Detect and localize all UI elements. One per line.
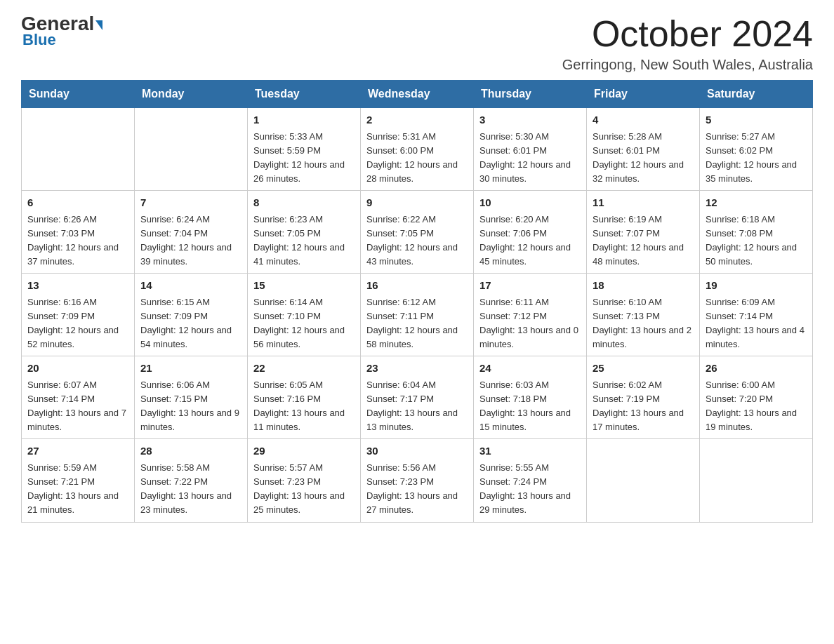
day-info: Sunrise: 6:23 AM Sunset: 7:05 PM Dayligh… [253, 213, 355, 269]
calendar-cell: 8Sunrise: 6:23 AM Sunset: 7:05 PM Daylig… [248, 191, 361, 274]
day-number: 13 [27, 278, 128, 294]
day-info: Sunrise: 6:15 AM Sunset: 7:09 PM Dayligh… [140, 295, 241, 352]
calendar-cell: 21Sunrise: 6:06 AM Sunset: 7:15 PM Dayli… [135, 356, 248, 439]
day-number: 3 [479, 112, 581, 128]
calendar-cell: 16Sunrise: 6:12 AM Sunset: 7:11 PM Dayli… [361, 274, 474, 356]
column-header-sunday: Sunday [22, 81, 135, 108]
day-info: Sunrise: 6:00 AM Sunset: 7:20 PM Dayligh… [706, 378, 807, 435]
day-number: 12 [706, 195, 807, 211]
day-number: 2 [366, 112, 468, 128]
location-title: Gerringong, New South Wales, Australia [562, 57, 813, 73]
day-info: Sunrise: 5:28 AM Sunset: 6:01 PM Dayligh… [593, 130, 694, 187]
column-header-friday: Friday [587, 81, 700, 108]
calendar-cell: 6Sunrise: 6:26 AM Sunset: 7:03 PM Daylig… [22, 191, 135, 274]
calendar-cell: 20Sunrise: 6:07 AM Sunset: 7:14 PM Dayli… [22, 356, 135, 439]
day-number: 24 [479, 361, 581, 377]
calendar-cell: 19Sunrise: 6:09 AM Sunset: 7:14 PM Dayli… [700, 274, 813, 356]
day-info: Sunrise: 6:16 AM Sunset: 7:09 PM Dayligh… [27, 295, 128, 352]
calendar-cell: 24Sunrise: 6:03 AM Sunset: 7:18 PM Dayli… [474, 356, 587, 439]
day-info: Sunrise: 5:57 AM Sunset: 7:23 PM Dayligh… [253, 461, 355, 518]
day-info: Sunrise: 6:19 AM Sunset: 7:07 PM Dayligh… [593, 213, 694, 269]
day-info: Sunrise: 5:31 AM Sunset: 6:00 PM Dayligh… [366, 130, 468, 187]
calendar-cell: 23Sunrise: 6:04 AM Sunset: 7:17 PM Dayli… [361, 356, 474, 439]
page-header: General Blue October 2024 Gerringong, Ne… [21, 14, 813, 73]
calendar-cell: 26Sunrise: 6:00 AM Sunset: 7:20 PM Dayli… [700, 356, 813, 439]
calendar-cell [700, 439, 813, 522]
calendar-table: SundayMondayTuesdayWednesdayThursdayFrid… [21, 80, 813, 522]
calendar-cell: 3Sunrise: 5:30 AM Sunset: 6:01 PM Daylig… [474, 108, 587, 191]
day-number: 19 [706, 278, 807, 294]
calendar-cell: 28Sunrise: 5:58 AM Sunset: 7:22 PM Dayli… [135, 439, 248, 522]
day-info: Sunrise: 6:03 AM Sunset: 7:18 PM Dayligh… [479, 378, 581, 435]
day-info: Sunrise: 5:55 AM Sunset: 7:24 PM Dayligh… [479, 461, 581, 518]
day-number: 28 [140, 443, 241, 459]
calendar-cell: 31Sunrise: 5:55 AM Sunset: 7:24 PM Dayli… [474, 439, 587, 522]
logo-blue: Blue [21, 31, 56, 49]
day-info: Sunrise: 6:20 AM Sunset: 7:06 PM Dayligh… [479, 213, 581, 269]
day-info: Sunrise: 6:06 AM Sunset: 7:15 PM Dayligh… [140, 378, 241, 435]
calendar-cell: 27Sunrise: 5:59 AM Sunset: 7:21 PM Dayli… [22, 439, 135, 522]
calendar-week-row: 6Sunrise: 6:26 AM Sunset: 7:03 PM Daylig… [22, 191, 813, 274]
calendar-cell [587, 439, 700, 522]
day-info: Sunrise: 5:59 AM Sunset: 7:21 PM Dayligh… [27, 461, 128, 518]
day-number: 8 [253, 195, 355, 211]
day-number: 10 [479, 195, 581, 211]
day-number: 18 [593, 278, 694, 294]
day-info: Sunrise: 5:58 AM Sunset: 7:22 PM Dayligh… [140, 461, 241, 518]
day-info: Sunrise: 6:09 AM Sunset: 7:14 PM Dayligh… [706, 295, 807, 352]
logo: General Blue [21, 14, 102, 49]
day-number: 16 [366, 278, 468, 294]
calendar-cell: 10Sunrise: 6:20 AM Sunset: 7:06 PM Dayli… [474, 191, 587, 274]
column-header-thursday: Thursday [474, 81, 587, 108]
day-info: Sunrise: 5:30 AM Sunset: 6:01 PM Dayligh… [479, 130, 581, 187]
calendar-header-row: SundayMondayTuesdayWednesdayThursdayFrid… [22, 81, 813, 108]
calendar-cell: 14Sunrise: 6:15 AM Sunset: 7:09 PM Dayli… [135, 274, 248, 356]
calendar-cell: 2Sunrise: 5:31 AM Sunset: 6:00 PM Daylig… [361, 108, 474, 191]
calendar-cell: 12Sunrise: 6:18 AM Sunset: 7:08 PM Dayli… [700, 191, 813, 274]
day-info: Sunrise: 5:27 AM Sunset: 6:02 PM Dayligh… [706, 130, 807, 187]
day-info: Sunrise: 6:04 AM Sunset: 7:17 PM Dayligh… [366, 378, 468, 435]
day-info: Sunrise: 6:02 AM Sunset: 7:19 PM Dayligh… [593, 378, 694, 435]
title-area: October 2024 Gerringong, New South Wales… [562, 14, 813, 73]
day-number: 20 [27, 361, 128, 377]
calendar-week-row: 20Sunrise: 6:07 AM Sunset: 7:14 PM Dayli… [22, 356, 813, 439]
day-info: Sunrise: 6:14 AM Sunset: 7:10 PM Dayligh… [253, 295, 355, 352]
day-info: Sunrise: 6:07 AM Sunset: 7:14 PM Dayligh… [27, 378, 128, 435]
calendar-cell: 9Sunrise: 6:22 AM Sunset: 7:05 PM Daylig… [361, 191, 474, 274]
day-number: 5 [706, 112, 807, 128]
day-info: Sunrise: 6:26 AM Sunset: 7:03 PM Dayligh… [27, 213, 128, 269]
day-number: 15 [253, 278, 355, 294]
calendar-cell: 5Sunrise: 5:27 AM Sunset: 6:02 PM Daylig… [700, 108, 813, 191]
day-number: 4 [593, 112, 694, 128]
day-number: 30 [366, 443, 468, 459]
day-info: Sunrise: 6:12 AM Sunset: 7:11 PM Dayligh… [366, 295, 468, 352]
day-info: Sunrise: 6:05 AM Sunset: 7:16 PM Dayligh… [253, 378, 355, 435]
day-info: Sunrise: 6:24 AM Sunset: 7:04 PM Dayligh… [140, 213, 241, 269]
calendar-cell [135, 108, 248, 191]
calendar-cell: 25Sunrise: 6:02 AM Sunset: 7:19 PM Dayli… [587, 356, 700, 439]
calendar-cell [22, 108, 135, 191]
calendar-cell: 29Sunrise: 5:57 AM Sunset: 7:23 PM Dayli… [248, 439, 361, 522]
day-info: Sunrise: 6:22 AM Sunset: 7:05 PM Dayligh… [366, 213, 468, 269]
calendar-cell: 13Sunrise: 6:16 AM Sunset: 7:09 PM Dayli… [22, 274, 135, 356]
day-info: Sunrise: 5:33 AM Sunset: 5:59 PM Dayligh… [253, 130, 355, 187]
column-header-saturday: Saturday [700, 81, 813, 108]
day-number: 14 [140, 278, 241, 294]
column-header-monday: Monday [135, 81, 248, 108]
day-number: 23 [366, 361, 468, 377]
calendar-cell: 18Sunrise: 6:10 AM Sunset: 7:13 PM Dayli… [587, 274, 700, 356]
day-number: 11 [593, 195, 694, 211]
day-number: 26 [706, 361, 807, 377]
column-header-wednesday: Wednesday [361, 81, 474, 108]
day-number: 6 [27, 195, 128, 211]
calendar-cell: 11Sunrise: 6:19 AM Sunset: 7:07 PM Dayli… [587, 191, 700, 274]
day-number: 31 [479, 443, 581, 459]
calendar-cell: 4Sunrise: 5:28 AM Sunset: 6:01 PM Daylig… [587, 108, 700, 191]
day-info: Sunrise: 6:10 AM Sunset: 7:13 PM Dayligh… [593, 295, 694, 352]
column-header-tuesday: Tuesday [248, 81, 361, 108]
calendar-cell: 17Sunrise: 6:11 AM Sunset: 7:12 PM Dayli… [474, 274, 587, 356]
day-info: Sunrise: 5:56 AM Sunset: 7:23 PM Dayligh… [366, 461, 468, 518]
calendar-week-row: 27Sunrise: 5:59 AM Sunset: 7:21 PM Dayli… [22, 439, 813, 522]
day-number: 21 [140, 361, 241, 377]
calendar-cell: 7Sunrise: 6:24 AM Sunset: 7:04 PM Daylig… [135, 191, 248, 274]
